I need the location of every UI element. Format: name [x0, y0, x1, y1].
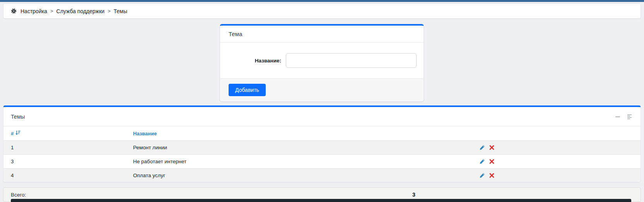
column-header-id[interactable]: # [11, 130, 133, 136]
x-icon[interactable] [489, 159, 494, 164]
table-row: 4 Оплата услуг [3, 168, 641, 182]
row-name: Ремонт линии [133, 145, 479, 150]
x-icon[interactable] [489, 145, 494, 150]
gear-icon [11, 8, 17, 14]
breadcrumb-item-topics: Темы [114, 8, 127, 14]
top-accent-bar [0, 0, 644, 2]
table-header-row: # Название [3, 126, 641, 140]
table-row: 1 Ремонт линии [3, 140, 641, 154]
topic-form-card: Тема Название: Добавить [220, 24, 424, 102]
breadcrumb-separator: > [50, 8, 53, 14]
bottom-dark-bar [11, 199, 631, 202]
form-card-footer: Добавить [220, 78, 424, 101]
column-header-name[interactable]: Название [133, 131, 479, 136]
pencil-icon[interactable] [479, 173, 485, 178]
list-icon[interactable] [627, 114, 633, 119]
row-id: 3 [11, 159, 133, 164]
row-name: Оплата услуг [133, 173, 479, 178]
totals-value: 3 [412, 192, 415, 198]
table-row: 3 Не работает интернет [3, 154, 641, 168]
row-id: 1 [11, 145, 133, 150]
pencil-icon[interactable] [479, 145, 485, 150]
breadcrumb-item-settings[interactable]: Настройка [20, 8, 47, 14]
breadcrumb-item-support[interactable]: Служба поддержки [56, 8, 105, 14]
name-field-label: Название: [229, 58, 286, 64]
topics-table-panel: Темы # [3, 105, 641, 182]
pencil-icon[interactable] [479, 159, 485, 164]
minus-icon[interactable] [615, 114, 620, 119]
add-button[interactable]: Добавить [229, 84, 266, 96]
breadcrumb: Настройка > Служба поддержки > Темы [3, 3, 641, 19]
form-card-title: Тема [220, 26, 424, 43]
form-card-body: Название: [220, 43, 424, 78]
breadcrumb-separator: > [108, 8, 111, 14]
name-input[interactable] [286, 53, 417, 68]
row-name: Не работает интернет [133, 159, 479, 164]
x-icon[interactable] [489, 173, 494, 178]
table-panel-title: Темы [11, 114, 25, 120]
sort-amount-down-icon [15, 130, 20, 136]
row-id: 4 [11, 173, 133, 178]
totals-label: Всего: [11, 192, 26, 198]
